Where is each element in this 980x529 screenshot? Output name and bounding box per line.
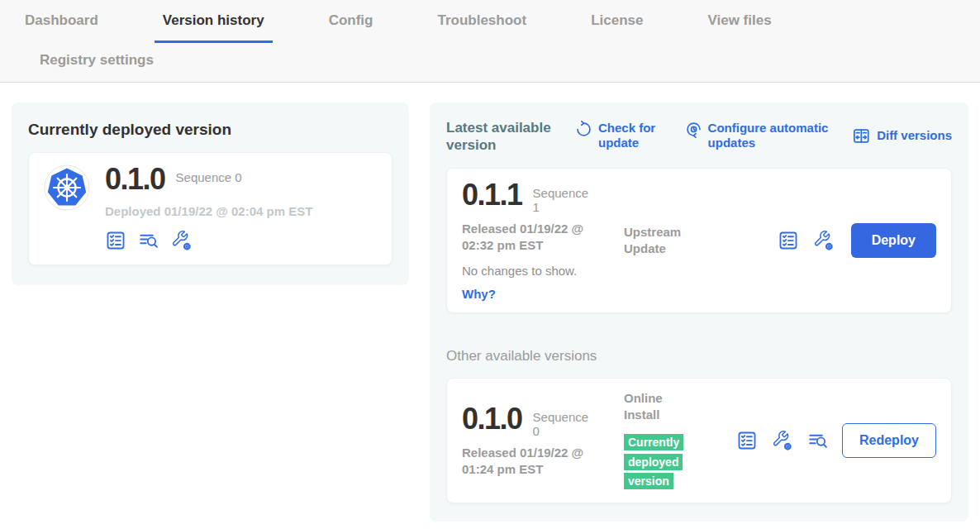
latest-sequence-label: Sequence 1 xyxy=(533,180,594,215)
tab-view-files[interactable]: View files xyxy=(699,10,779,43)
edit-config-icon[interactable] xyxy=(772,430,793,451)
refresh-icon xyxy=(575,121,592,138)
install-type-label: Online Install xyxy=(624,390,695,422)
no-changes-text: No changes to show. xyxy=(462,264,624,278)
diff-versions-icon xyxy=(852,126,871,145)
check-for-update-label: Check for update xyxy=(598,121,666,150)
nav-row-2: Registry settings xyxy=(0,50,980,82)
currently-deployed-title: Currently deployed version xyxy=(28,121,392,139)
tab-config[interactable]: Config xyxy=(321,10,382,43)
deploy-logs-icon[interactable] xyxy=(138,230,159,251)
preflight-checks-icon[interactable] xyxy=(778,230,799,251)
latest-version-card: 0.1.1 Sequence 1 Released 01/19/22 @ 02:… xyxy=(446,168,952,314)
schedule-update-icon xyxy=(685,121,702,138)
tab-license[interactable]: License xyxy=(583,10,651,43)
configure-automatic-updates-label: Configure automatic updates xyxy=(708,121,834,150)
tab-troubleshoot[interactable]: Troubleshoot xyxy=(429,10,535,43)
kubernetes-logo xyxy=(44,164,90,214)
currently-deployed-panel: Currently deployed version xyxy=(12,102,409,285)
tab-version-history[interactable]: Version history xyxy=(155,10,273,43)
check-for-update-link[interactable]: Check for update xyxy=(575,121,666,150)
deployed-version-info: 0.1.0 Sequence 0 Deployed 01/19/22 @ 02:… xyxy=(105,164,312,251)
diff-versions-label: Diff versions xyxy=(877,128,952,143)
deploy-logs-icon[interactable] xyxy=(807,430,829,451)
other-released-timestamp: Released 01/19/22 @ 01:24 pm EST xyxy=(462,445,606,477)
configure-automatic-updates-link[interactable]: Configure automatic updates xyxy=(685,121,834,150)
why-link[interactable]: Why? xyxy=(462,287,624,301)
other-sequence-label: Sequence 0 xyxy=(533,404,594,439)
latest-version-number: 0.1.1 xyxy=(462,180,522,210)
header-actions: Check for update Configure automatic upd… xyxy=(575,119,952,150)
deployed-sequence-label: Sequence 0 xyxy=(176,164,242,184)
redeploy-button[interactable]: Redeploy xyxy=(842,423,936,458)
main-content: Currently deployed version xyxy=(0,83,980,522)
deploy-button[interactable]: Deploy xyxy=(851,223,936,258)
nav-row-1: Dashboard Version history Config Trouble… xyxy=(0,10,980,43)
latest-available-panel: Latest available version Check for updat… xyxy=(430,102,968,522)
tab-registry-settings[interactable]: Registry settings xyxy=(31,50,162,82)
deployed-version-number: 0.1.0 xyxy=(105,164,165,194)
top-navigation: Dashboard Version history Config Trouble… xyxy=(0,0,980,83)
currently-deployed-card: 0.1.0 Sequence 0 Deployed 01/19/22 @ 02:… xyxy=(28,152,392,265)
upstream-update-label: Upstream Update xyxy=(624,224,700,256)
diff-versions-link[interactable]: Diff versions xyxy=(852,121,952,150)
tab-dashboard[interactable]: Dashboard xyxy=(17,10,107,43)
currently-deployed-badge: Currently deployed version xyxy=(624,434,683,489)
preflight-checks-icon[interactable] xyxy=(105,230,126,251)
other-available-versions-title: Other available versions xyxy=(446,348,952,365)
edit-config-icon[interactable] xyxy=(171,230,193,251)
preflight-checks-icon[interactable] xyxy=(736,430,758,451)
deployed-timestamp: Deployed 01/19/22 @ 02:04 pm EST xyxy=(105,204,312,218)
other-version-card: 0.1.0 Sequence 0 Released 01/19/22 @ 01:… xyxy=(446,378,952,503)
edit-config-icon[interactable] xyxy=(813,230,835,251)
latest-released-timestamp: Released 01/19/22 @ 02:32 pm EST xyxy=(462,221,606,253)
latest-available-title: Latest available version xyxy=(446,119,564,155)
other-version-number: 0.1.0 xyxy=(462,404,522,434)
